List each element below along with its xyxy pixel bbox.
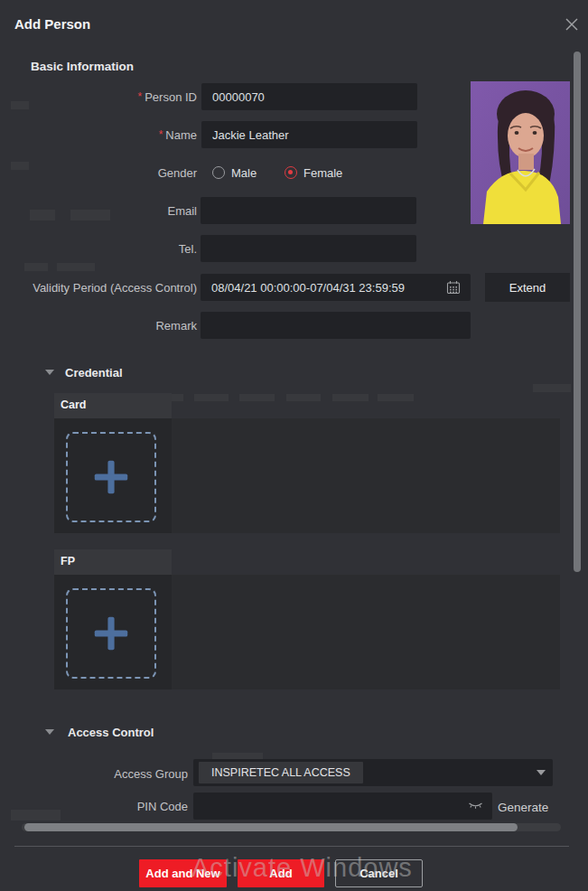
add-fingerprint-button[interactable] (66, 588, 156, 679)
required-mark: * (138, 90, 143, 103)
footer-divider (14, 846, 569, 847)
credential-collapse-icon[interactable] (45, 370, 54, 375)
plus-icon (89, 455, 133, 499)
gender-female-option[interactable]: Female (303, 166, 342, 180)
add-button[interactable]: Add (238, 859, 324, 887)
email-field[interactable] (201, 197, 416, 224)
dialog-title: Add Person (14, 16, 90, 32)
extend-button[interactable]: Extend (485, 273, 570, 302)
section-credential: Credential (65, 366, 123, 380)
calendar-icon[interactable] (446, 280, 461, 295)
ghost-artifact (533, 384, 571, 392)
ghost-artifact (194, 394, 229, 401)
name-input[interactable] (201, 121, 417, 148)
ghost-artifact (239, 394, 275, 401)
ghost-artifact (286, 394, 321, 401)
person-id-label: *Person ID (7, 90, 197, 104)
validity-period-input[interactable] (201, 274, 471, 301)
access-group-label: Access Group (7, 767, 188, 781)
section-basic-information: Basic Information (31, 60, 134, 73)
eye-closed-icon[interactable] (468, 800, 483, 812)
chevron-down-icon[interactable] (537, 770, 546, 775)
card-label: Card (54, 393, 172, 411)
add-and-new-button[interactable]: Add and New (139, 859, 227, 887)
access-control-collapse-icon[interactable] (45, 729, 54, 735)
gender-label: Gender (7, 166, 197, 180)
remark-field[interactable] (201, 312, 471, 339)
plus-icon (89, 612, 133, 655)
card-header-strip: Card (54, 393, 172, 418)
ghost-artifact (378, 394, 414, 401)
fp-header-strip: FP (54, 549, 172, 575)
cancel-button[interactable]: Cancel (335, 859, 423, 887)
email-label: Email (7, 204, 197, 218)
name-label: *Name (7, 128, 197, 142)
remark-label: Remark (7, 319, 197, 333)
tel-label: Tel. (7, 242, 197, 256)
person-id-input[interactable] (201, 83, 417, 110)
person-photo[interactable] (471, 81, 570, 224)
ghost-artifact (57, 263, 95, 271)
close-icon[interactable] (562, 14, 582, 34)
add-card-button[interactable] (66, 432, 156, 522)
fp-label: FP (54, 549, 172, 567)
pin-code-field[interactable] (193, 793, 492, 820)
gender-female-radio[interactable] (285, 166, 297, 179)
section-access-control: Access Control (68, 726, 154, 739)
generate-pin-link[interactable]: Generate (498, 801, 548, 814)
access-group-selected-value: INSPIRETEC ALL ACCESS (199, 762, 363, 783)
gender-male-option[interactable]: Male (231, 166, 257, 180)
required-mark: * (159, 128, 163, 141)
pin-code-label: PIN Code (7, 800, 188, 813)
horizontal-scrollbar-thumb[interactable] (24, 823, 518, 831)
ghost-artifact (332, 394, 369, 401)
ghost-artifact (24, 263, 48, 271)
gender-male-radio[interactable] (212, 166, 225, 179)
tel-field[interactable] (201, 235, 416, 262)
validity-period-label: Validity Period (Access Control) (7, 281, 197, 295)
vertical-scrollbar[interactable] (574, 52, 581, 572)
